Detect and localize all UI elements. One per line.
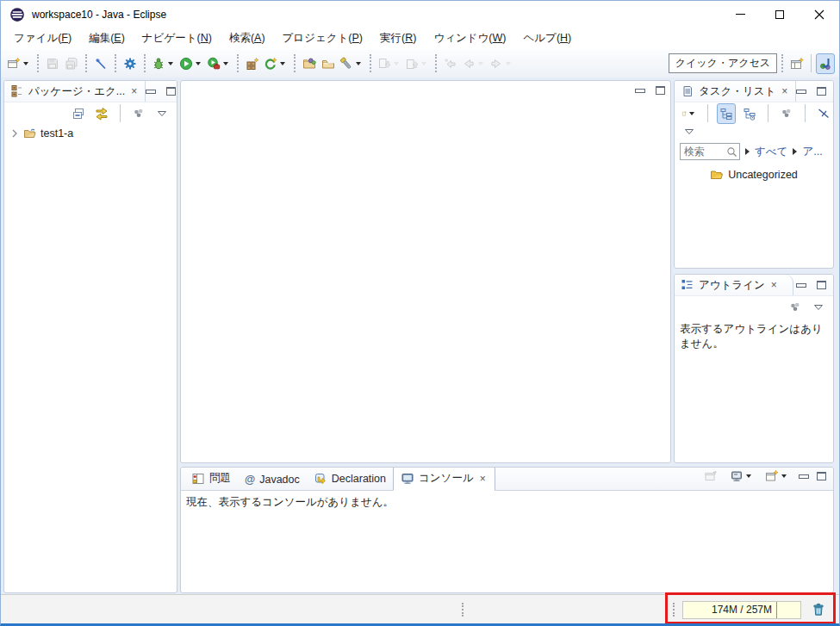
previous-annotation-dropdown[interactable] — [421, 62, 426, 65]
heap-status[interactable]: 174M / 257M — [682, 601, 801, 619]
menu-item-help[interactable]: ヘルプ(H) — [515, 28, 581, 49]
close-view-icon[interactable]: × — [780, 86, 789, 96]
new-task-dropdown[interactable] — [689, 112, 694, 115]
save-all-button[interactable] — [62, 53, 81, 74]
next-annotation-button[interactable] — [376, 53, 403, 74]
filter-all-link[interactable]: すべて — [755, 145, 787, 159]
minimize-editor-button[interactable] — [635, 89, 645, 93]
expand-all-icon[interactable] — [745, 148, 750, 155]
tab-declaration[interactable]: Declaration — [307, 468, 393, 490]
expander-icon[interactable] — [9, 128, 20, 139]
search-button[interactable] — [338, 53, 365, 74]
external-tools-dropdown[interactable] — [223, 62, 228, 65]
open-task-button[interactable] — [319, 53, 338, 74]
menu-item-edit[interactable]: 編集(E) — [80, 28, 134, 49]
forward-dropdown[interactable] — [506, 62, 511, 65]
save-button[interactable] — [43, 53, 62, 74]
minimize-view-button[interactable] — [146, 90, 156, 94]
menu-item-navigate[interactable]: ナビゲート(N) — [134, 28, 221, 49]
outline-tab[interactable]: アウトライン × — [675, 275, 785, 295]
run-button[interactable] — [177, 53, 205, 74]
search-dropdown[interactable] — [356, 62, 361, 65]
categorized-view-button[interactable] — [717, 103, 736, 124]
window-maximize-button[interactable] — [760, 1, 800, 28]
minimize-view-button[interactable] — [796, 283, 806, 288]
java-perspective-button[interactable] — [816, 53, 835, 74]
previous-annotation-button[interactable] — [403, 53, 431, 74]
package-explorer-minmax — [146, 87, 177, 96]
display-console-button[interactable] — [728, 467, 756, 487]
maximize-view-button[interactable] — [817, 472, 826, 480]
toolbar-overflow-button[interactable] — [680, 121, 699, 142]
next-annotation-dropdown[interactable] — [394, 62, 399, 65]
last-edit-location-icon — [444, 57, 457, 71]
view-pulldown-button[interactable] — [152, 103, 171, 124]
maximize-view-button[interactable] — [166, 87, 176, 96]
project-tree-item[interactable]: test1-a — [4, 124, 177, 143]
maximize-view-button[interactable] — [817, 281, 826, 289]
window-controls — [720, 1, 839, 28]
open-console-dropdown[interactable] — [781, 474, 787, 478]
open-type-button[interactable] — [300, 53, 319, 74]
view-pulldown-button[interactable] — [809, 297, 828, 318]
link-with-editor-button[interactable] — [92, 103, 111, 124]
new-java-project-button[interactable] — [243, 53, 262, 74]
task-list-tab[interactable]: タスク・リスト × — [675, 81, 795, 102]
window-close-button[interactable] — [800, 1, 839, 28]
skip-all-breakpoints-button[interactable] — [91, 53, 110, 74]
run-garbage-collector-button[interactable] — [809, 599, 828, 620]
open-console-button[interactable] — [763, 467, 791, 487]
tab-javadoc[interactable]: @ Javadoc — [238, 469, 307, 490]
external-tools-button[interactable] — [205, 53, 233, 74]
run-dropdown[interactable] — [196, 62, 201, 65]
new-task-button[interactable] — [680, 103, 699, 124]
debug-dropdown[interactable] — [168, 62, 173, 65]
open-perspective-button[interactable] — [787, 53, 806, 74]
menu-item-project[interactable]: プロジェクト(P) — [274, 28, 371, 49]
filter-activate-link[interactable]: ア... — [802, 145, 822, 159]
scheduled-view-button[interactable] — [740, 103, 759, 124]
close-view-icon[interactable]: × — [129, 86, 139, 96]
forward-button[interactable] — [488, 53, 515, 74]
new-wizard-dropdown[interactable] — [23, 62, 28, 65]
build-all-button[interactable] — [121, 53, 140, 74]
quick-access-input[interactable]: クイック・アクセス — [669, 53, 777, 73]
back-button[interactable] — [460, 53, 488, 74]
package-explorer-tab[interactable]: パッケージ・エク... × — [4, 81, 145, 102]
outline-header: アウトライン × — [675, 275, 833, 296]
back-dropdown[interactable] — [478, 62, 483, 65]
close-view-icon[interactable]: × — [769, 280, 779, 290]
statusbar-grip[interactable] — [462, 603, 464, 617]
maximize-icon — [775, 10, 784, 19]
collapse-all-icon — [72, 107, 85, 121]
uncategorized-row[interactable]: Uncategorized — [675, 164, 833, 182]
debug-icon — [152, 57, 165, 71]
minimize-view-button[interactable] — [796, 90, 806, 94]
maximize-editor-button[interactable] — [656, 86, 665, 95]
tab-console[interactable]: コンソール × — [393, 467, 495, 491]
menu-item-file[interactable]: ファイル(F) — [5, 28, 80, 49]
view-menu-button[interactable] — [129, 103, 148, 124]
window-minimize-button[interactable] — [720, 1, 760, 28]
menu-item-run[interactable]: 実行(R) — [371, 28, 425, 49]
new-java-class-dropdown[interactable] — [280, 62, 285, 65]
expand-activate-icon[interactable] — [793, 148, 797, 155]
collapse-all-button[interactable] — [69, 103, 88, 124]
menu-item-search[interactable]: 検索(A) — [221, 28, 274, 49]
menu-item-window[interactable]: ウィンドウ(W) — [425, 28, 514, 49]
minimize-view-button[interactable] — [799, 474, 809, 479]
hide-completed-button[interactable] — [814, 103, 833, 124]
last-edit-location-button[interactable] — [441, 53, 460, 74]
new-wizard-button[interactable] — [5, 53, 33, 74]
view-menu-button[interactable] — [777, 103, 796, 124]
close-tab-icon[interactable]: × — [478, 474, 488, 484]
pin-console-button[interactable] — [701, 467, 720, 487]
new-java-class-button[interactable] — [262, 53, 289, 74]
display-console-dropdown[interactable] — [746, 474, 751, 478]
debug-button[interactable] — [150, 53, 177, 74]
tab-problems[interactable]: 問題 — [184, 467, 238, 490]
view-menu-button[interactable] — [786, 297, 805, 318]
heap-grip[interactable] — [673, 603, 675, 617]
maximize-view-button[interactable] — [817, 87, 826, 96]
outline-icon — [681, 278, 694, 292]
